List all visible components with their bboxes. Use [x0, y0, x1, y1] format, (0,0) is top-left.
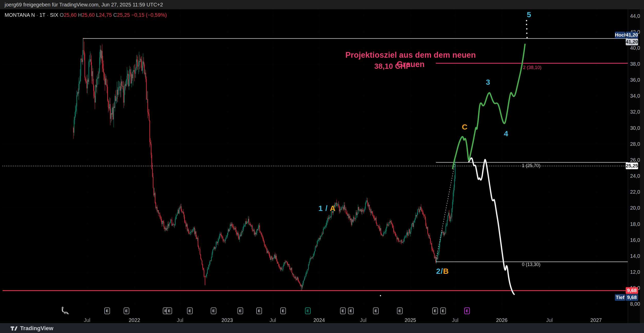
- wave-2-B-part: B: [443, 267, 449, 275]
- open-value: 25,60: [64, 12, 77, 18]
- projection-annotation-target[interactable]: 38,10 CHF: [337, 62, 448, 71]
- low-label-badge: 9,68: [626, 294, 638, 301]
- footer-bar: TradingView: [0, 323, 644, 333]
- earnings-badge[interactable]: E: [348, 308, 354, 314]
- wave-C-label[interactable]: C: [462, 123, 468, 131]
- wave-1-A-label[interactable]: 1 / A: [318, 204, 336, 213]
- time-axis-label-jul: Jul: [170, 317, 190, 323]
- time-axis-label-jul: Jul: [77, 317, 97, 323]
- high-label-badge-caption: Hoch: [615, 32, 625, 38]
- time-axis-label-jul: Jul: [262, 317, 283, 323]
- close-value: 25,25: [117, 12, 130, 18]
- earnings-badge[interactable]: E: [256, 308, 262, 314]
- high-label-badge: 41,20: [626, 32, 638, 38]
- time-axis-label-2024: 2024: [309, 317, 329, 323]
- wave-4-label[interactable]: 4: [504, 129, 509, 138]
- watermark-text: joerg69 freigegeben für TradingView.com,…: [5, 2, 163, 7]
- low-value: 24,75: [99, 12, 112, 18]
- time-axis-label-jul: Jul: [539, 317, 560, 323]
- price-axis-scroll-area[interactable]: [640, 9, 644, 323]
- level-label: 2 (38,10): [523, 65, 541, 70]
- high-line-price-badge: 41,20: [626, 39, 638, 45]
- time-axis-label-2022: 2022: [124, 317, 145, 323]
- earnings-badge[interactable]: E: [211, 308, 216, 314]
- earnings-badge[interactable]: E: [104, 308, 110, 314]
- earnings-badge[interactable]: E: [440, 308, 446, 314]
- earnings-badge[interactable]: E: [432, 308, 438, 314]
- earnings-badge[interactable]: E: [124, 308, 129, 314]
- wave-3-label[interactable]: 3: [486, 78, 490, 87]
- current-price-badge: 25,25: [626, 163, 638, 169]
- tradingview-brand-text[interactable]: TradingView: [20, 325, 53, 332]
- earnings-badge[interactable]: E: [464, 308, 470, 314]
- wave-2-B-label[interactable]: 2/B: [436, 267, 449, 276]
- tradingview-logo-icon[interactable]: [10, 325, 18, 332]
- time-axis-label-2023: 2023: [217, 317, 238, 323]
- price-axis-tick: 8,00: [630, 301, 640, 307]
- level-label: 0 (13,30): [522, 262, 540, 267]
- wave-2-B-part: 2/: [436, 267, 443, 275]
- interval-label[interactable]: 1T: [39, 12, 45, 18]
- time-axis-label-2026: 2026: [492, 317, 512, 323]
- low-label-badge-caption: Tief: [615, 294, 625, 301]
- wave-4-part: 4: [504, 129, 509, 138]
- wave-5-label[interactable]: 5: [527, 10, 531, 19]
- price-canvas[interactable]: [0, 0, 644, 333]
- wave-1-A-part: 1 /: [318, 204, 328, 212]
- earnings-badge[interactable]: E: [166, 308, 172, 314]
- earnings-badge[interactable]: E: [280, 308, 286, 314]
- time-axis-label-jul: Jul: [445, 317, 465, 323]
- exchange-label: SIX: [50, 12, 58, 18]
- level-label: 1 (25,70): [522, 163, 540, 168]
- time-axis-label-2025: 2025: [400, 317, 421, 323]
- close-label: C: [113, 12, 117, 18]
- low-label: L: [96, 12, 99, 18]
- high-value: 25,60: [82, 12, 95, 18]
- earnings-badge[interactable]: E: [305, 308, 311, 314]
- time-axis-label-jul: Jul: [353, 317, 374, 323]
- low-line-price-badge: 9,68: [626, 287, 638, 294]
- wave-C-part: C: [462, 123, 468, 131]
- change-value: −0,15 (−0,59%): [131, 12, 167, 18]
- earnings-badge[interactable]: E: [187, 308, 193, 314]
- high-label: H: [78, 12, 82, 18]
- time-axis[interactable]: Jul2022Jul2023Jul2024Jul2025Jul2026Jul20…: [0, 314, 644, 323]
- watermark-bar: joerg69 freigegeben für TradingView.com,…: [0, 0, 644, 9]
- open-label: O: [60, 12, 64, 18]
- legend-separator: ·: [36, 12, 38, 18]
- earnings-badge[interactable]: E: [238, 308, 243, 314]
- wave-3-part: 3: [486, 78, 490, 86]
- earnings-badge[interactable]: E: [340, 308, 346, 314]
- symbol-name[interactable]: MONTANA N: [5, 12, 35, 18]
- earnings-badge[interactable]: E: [373, 308, 379, 314]
- dino-icon[interactable]: [59, 306, 70, 315]
- wave-5-part: 5: [527, 10, 531, 19]
- earnings-badge[interactable]: E: [397, 308, 403, 314]
- time-axis-label-2027: 2027: [586, 317, 606, 323]
- wave-1-A-part: A: [328, 204, 336, 212]
- symbol-legend: MONTANA N · 1T · SIX O25,60 H25,60 L24,7…: [5, 12, 167, 18]
